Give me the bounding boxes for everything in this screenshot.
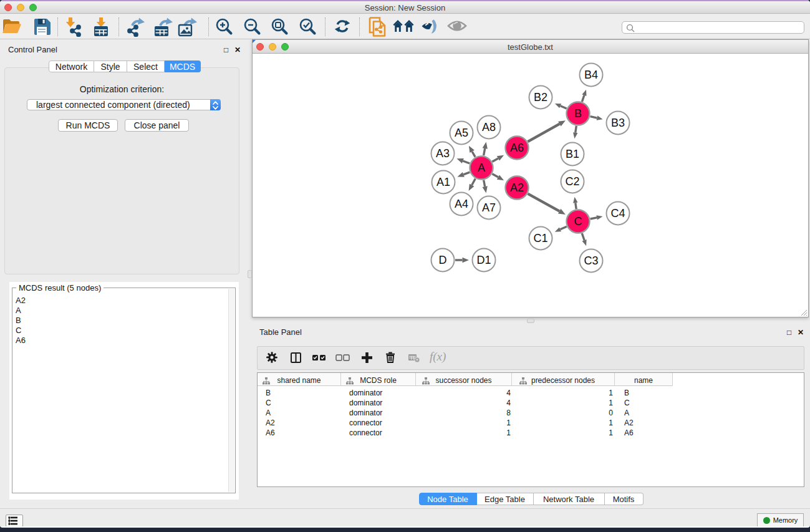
svg-text:A6: A6 bbox=[510, 142, 524, 154]
svg-text:C1: C1 bbox=[533, 232, 547, 244]
svg-text:C: C bbox=[574, 215, 582, 228]
svg-text:D: D bbox=[439, 254, 447, 266]
svg-text:B3: B3 bbox=[611, 117, 625, 129]
svg-text:C2: C2 bbox=[565, 175, 579, 188]
svg-text:A5: A5 bbox=[455, 127, 468, 139]
svg-text:A: A bbox=[478, 162, 485, 174]
svg-text:A7: A7 bbox=[482, 201, 496, 214]
svg-text:C3: C3 bbox=[584, 254, 598, 267]
svg-text:A2: A2 bbox=[510, 181, 524, 194]
svg-text:B2: B2 bbox=[534, 91, 547, 104]
svg-text:A4: A4 bbox=[455, 198, 468, 210]
svg-text:C4: C4 bbox=[610, 207, 625, 220]
svg-text:A1: A1 bbox=[436, 176, 450, 188]
svg-text:B4: B4 bbox=[584, 69, 598, 81]
svg-text:A8: A8 bbox=[482, 121, 496, 133]
svg-text:D1: D1 bbox=[476, 254, 491, 266]
svg-text:B1: B1 bbox=[566, 148, 579, 160]
svg-text:A3: A3 bbox=[436, 147, 450, 160]
svg-text:B: B bbox=[574, 107, 582, 120]
